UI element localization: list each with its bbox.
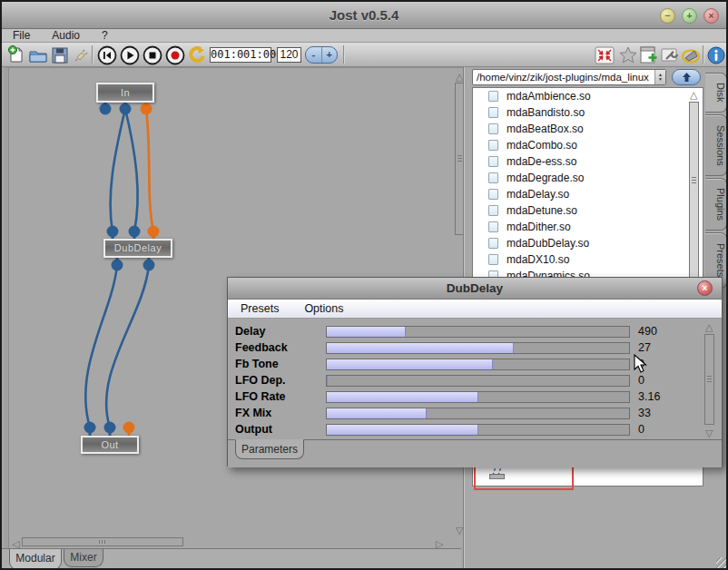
param-label: Fb Tone (235, 358, 326, 370)
path-spinner-icon[interactable]: ▲▼ (654, 70, 665, 84)
list-item[interactable]: mdaDegrade.so (473, 170, 703, 186)
list-item[interactable]: mdaBeatBox.so (473, 121, 703, 137)
list-item[interactable]: mdaDelay.so (473, 186, 703, 202)
scroll-right-icon[interactable]: ▷ (436, 539, 443, 548)
param-slider[interactable] (326, 375, 630, 387)
list-item[interactable]: mdaDither.so (473, 219, 703, 235)
tempo-minus-button[interactable]: - (306, 47, 322, 63)
plugin-scrollbar[interactable]: △ ▽ (703, 322, 716, 439)
list-item[interactable]: mdaDubDelay.so (473, 235, 703, 251)
sidetab-plugins[interactable]: Plugins (705, 178, 727, 231)
list-item[interactable]: mdaDetune.so (473, 202, 703, 219)
param-row: Feedback 27 (228, 339, 722, 356)
param-value: 27 (638, 341, 651, 354)
list-scrollbar-thumb[interactable] (689, 102, 699, 283)
param-slider[interactable] (326, 326, 630, 338)
node-audio-output[interactable]: Out (81, 436, 139, 454)
maximize-button[interactable]: + (682, 8, 697, 24)
tempo-display[interactable]: 120 (277, 47, 301, 63)
menu-options[interactable]: Options (291, 302, 356, 315)
tempo-stepper[interactable]: - + (305, 46, 338, 64)
window-title: Jost v0.5.4 (2, 7, 726, 23)
list-item[interactable]: mdaBandisto.so (473, 104, 703, 121)
time-display[interactable]: 001:001:000 (210, 47, 271, 63)
workspace-tabstrip: Modular Mixer (2, 548, 461, 570)
tab-parameters[interactable]: Parameters (235, 439, 304, 459)
scroll-up-icon[interactable]: △ (690, 90, 697, 99)
node-dubdelay[interactable]: DubDelay (103, 239, 172, 258)
plugin-titlebar[interactable]: DubDelay × (228, 278, 722, 300)
tab-mixer[interactable]: Mixer (64, 549, 103, 567)
plugin-parameters: Delay 490 Feedback 27 Fb Tone 9 LFO Dep.… (228, 319, 722, 439)
mouse-cursor (634, 354, 647, 373)
toolbar: 001:001:000 120 - + (2, 43, 726, 67)
save-session-icon[interactable] (50, 44, 70, 65)
file-icon (488, 205, 498, 216)
param-value: 0 (638, 423, 644, 436)
param-slider[interactable] (326, 408, 630, 419)
loop-icon[interactable] (188, 44, 206, 65)
up-directory-button[interactable] (672, 69, 701, 85)
resize-grip[interactable] (716, 557, 728, 570)
list-item[interactable]: mdaDe-ess.so (473, 153, 703, 170)
plugin-editor-window[interactable]: DubDelay × Presets Options Delay 490 Fee… (227, 277, 723, 467)
titlebar[interactable]: Jost v0.5.4 − + × (2, 2, 726, 29)
file-icon (488, 107, 498, 118)
list-item[interactable]: mdaAmbience.so (473, 88, 703, 104)
add-plugin-window-icon[interactable] (638, 44, 660, 65)
list-item[interactable]: mdaCombo.so (473, 137, 703, 153)
param-slider[interactable] (326, 342, 630, 354)
menu-presets[interactable]: Presets (228, 302, 291, 315)
plugin-scrollbar-thumb[interactable] (704, 334, 714, 425)
close-button[interactable]: × (703, 8, 719, 24)
stop-icon[interactable] (142, 44, 162, 65)
scroll-down-icon[interactable]: ▽ (705, 428, 713, 437)
record-icon[interactable] (164, 44, 185, 65)
file-icon (488, 123, 498, 134)
param-slider[interactable] (326, 359, 630, 370)
info-icon[interactable] (706, 44, 725, 65)
file-icon (488, 156, 498, 167)
scrollbar-grip (99, 540, 107, 544)
scrollbar-grip (707, 376, 712, 384)
param-label: FX Mix (235, 407, 326, 419)
sidetab-sessions[interactable]: Sessions (705, 114, 727, 176)
param-value: 0 (638, 374, 644, 387)
scroll-left-icon[interactable]: ◁ (12, 539, 19, 548)
star-icon[interactable] (618, 44, 638, 65)
new-session-icon[interactable] (6, 44, 26, 65)
node-audio-input[interactable]: In (96, 83, 154, 103)
tempo-plus-button[interactable]: + (322, 47, 338, 63)
skip-start-icon[interactable] (96, 44, 117, 65)
plugin-close-button[interactable]: × (697, 280, 713, 296)
preferences-icon[interactable] (660, 44, 681, 65)
slider-fill (327, 392, 478, 402)
minimize-button[interactable]: − (660, 8, 675, 24)
slider-fill (327, 343, 514, 353)
scroll-up-icon[interactable]: △ (705, 322, 713, 331)
horizontal-scrollbar-thumb[interactable] (22, 537, 183, 546)
param-label: Output (235, 423, 326, 436)
toolbar-separator (343, 45, 344, 64)
param-slider[interactable] (326, 391, 630, 403)
open-session-icon[interactable] (28, 44, 48, 65)
path-combobox[interactable]: /home/vinz/zik/jost-plugins/mda_linux (472, 69, 666, 85)
param-slider[interactable] (326, 424, 630, 436)
param-row: LFO Dep. 0 (228, 372, 722, 388)
list-item[interactable]: mdaDX10.so (473, 251, 703, 268)
toolbar-separator (703, 45, 703, 64)
sidetab-disk[interactable]: Disk (705, 73, 727, 113)
tab-modular[interactable]: Modular (9, 549, 62, 570)
play-icon[interactable] (119, 44, 140, 65)
arrange-windows-icon[interactable] (594, 44, 615, 65)
menu-file[interactable]: File (2, 29, 41, 43)
param-row: Fb Tone 9 (228, 356, 722, 372)
audio-settings-icon[interactable] (680, 44, 702, 65)
menu-audio[interactable]: Audio (41, 29, 91, 43)
slider-fill (327, 376, 328, 386)
plugin-icon[interactable] (74, 44, 90, 65)
menu-help[interactable]: ? (91, 29, 119, 43)
slider-fill (327, 327, 406, 337)
file-icon (488, 189, 498, 200)
param-value: 490 (638, 325, 657, 338)
